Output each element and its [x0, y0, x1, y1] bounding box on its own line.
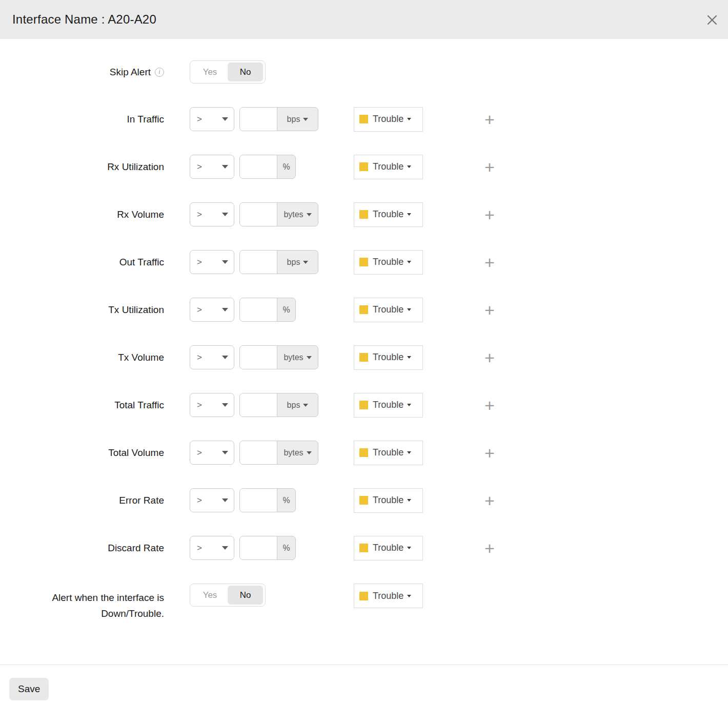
- threshold-value-input[interactable]: [239, 441, 277, 465]
- unit-select[interactable]: %: [277, 155, 296, 179]
- add-condition-icon[interactable]: +: [483, 494, 496, 507]
- metric-controls: > %: [190, 488, 354, 512]
- threshold-value-input[interactable]: [239, 107, 277, 131]
- comparator-value: >: [197, 448, 202, 458]
- comparator-value: >: [197, 400, 202, 410]
- chevron-down-icon: [222, 356, 228, 359]
- comparator-select[interactable]: >: [190, 345, 234, 369]
- severity-color-swatch: [359, 305, 368, 314]
- unit-select[interactable]: %: [277, 536, 296, 560]
- severity-select[interactable]: Trouble: [354, 345, 423, 370]
- add-condition-icon[interactable]: +: [483, 113, 496, 126]
- severity-color-swatch: [359, 210, 368, 219]
- add-condition-icon[interactable]: +: [483, 351, 496, 364]
- unit-select[interactable]: bytes: [277, 202, 318, 226]
- info-icon[interactable]: i: [155, 68, 164, 77]
- add-condition-icon[interactable]: +: [483, 446, 496, 460]
- threshold-value-input[interactable]: [239, 393, 277, 417]
- severity-select[interactable]: Trouble: [354, 393, 423, 418]
- add-condition-icon[interactable]: +: [483, 208, 496, 221]
- add-condition-icon[interactable]: +: [483, 160, 496, 174]
- severity-color-swatch: [359, 448, 368, 457]
- skip-alert-option-no[interactable]: No: [228, 63, 263, 81]
- severity-select[interactable]: Trouble: [354, 250, 423, 275]
- metric-controls: > bytes: [190, 441, 354, 465]
- chevron-down-icon: [407, 547, 411, 549]
- severity-select[interactable]: Trouble: [354, 155, 423, 179]
- threshold-value-input[interactable]: [239, 250, 277, 274]
- add-condition-icon[interactable]: +: [483, 256, 496, 269]
- severity-label: Trouble: [373, 495, 403, 506]
- severity-label: Trouble: [373, 209, 403, 220]
- severity-select[interactable]: Trouble: [354, 107, 423, 132]
- chevron-down-icon: [222, 213, 228, 216]
- down-alert-option-no[interactable]: No: [228, 586, 263, 605]
- comparator-value: >: [197, 210, 202, 220]
- comparator-select[interactable]: >: [190, 393, 234, 417]
- add-condition-icon[interactable]: +: [483, 399, 496, 412]
- severity-select[interactable]: Trouble: [354, 536, 423, 560]
- metric-label-cell: Total Volume: [0, 447, 164, 459]
- unit-select[interactable]: bytes: [277, 345, 318, 369]
- unit-select[interactable]: bytes: [277, 441, 318, 465]
- add-condition-icon[interactable]: +: [483, 542, 496, 555]
- severity-color-swatch: [359, 592, 368, 600]
- unit-select[interactable]: bps: [277, 393, 318, 417]
- threshold-input-group: bytes: [239, 345, 318, 369]
- save-button[interactable]: Save: [9, 678, 49, 700]
- metric-label: Out Traffic: [119, 257, 164, 268]
- metric-label: Error Rate: [119, 495, 164, 506]
- down-alert-option-yes[interactable]: Yes: [192, 586, 228, 605]
- threshold-value-input[interactable]: [239, 202, 277, 226]
- comparator-select[interactable]: >: [190, 441, 234, 465]
- threshold-value-input[interactable]: [239, 536, 277, 560]
- metric-label: Discard Rate: [108, 543, 164, 554]
- metric-label-cell: Error Rate: [0, 495, 164, 506]
- skip-alert-toggle[interactable]: Yes No: [190, 60, 266, 84]
- chevron-down-icon: [303, 118, 308, 121]
- threshold-value-input[interactable]: [239, 488, 277, 512]
- comparator-select[interactable]: >: [190, 250, 234, 274]
- comparator-select[interactable]: >: [190, 107, 234, 131]
- close-icon[interactable]: [705, 13, 719, 27]
- metric-label: Rx Utilization: [107, 161, 164, 173]
- comparator-value: >: [197, 305, 202, 315]
- chevron-down-icon: [407, 595, 411, 597]
- down-alert-toggle[interactable]: Yes No: [190, 584, 266, 607]
- metric-controls: > bps: [190, 107, 354, 131]
- comparator-select[interactable]: >: [190, 488, 234, 512]
- comparator-value: >: [197, 162, 202, 172]
- add-condition-icon[interactable]: +: [483, 303, 496, 317]
- unit-select[interactable]: %: [277, 298, 296, 322]
- unit-label: bytes: [284, 448, 303, 458]
- threshold-value-input[interactable]: [239, 345, 277, 369]
- threshold-value-input[interactable]: [239, 298, 277, 322]
- severity-label: Trouble: [373, 591, 403, 601]
- metric-label: Total Volume: [108, 447, 164, 459]
- dialog-title: Interface Name : A20-A20: [12, 12, 156, 27]
- metric-label: Tx Volume: [118, 352, 164, 363]
- severity-select[interactable]: Trouble: [354, 584, 423, 608]
- severity-select[interactable]: Trouble: [354, 488, 423, 513]
- down-alert-label-cell: Alert when the interface is Down/Trouble…: [0, 584, 164, 621]
- comparator-select[interactable]: >: [190, 202, 234, 226]
- comparator-select[interactable]: >: [190, 298, 234, 322]
- unit-select[interactable]: bps: [277, 250, 318, 274]
- comparator-select[interactable]: >: [190, 536, 234, 560]
- metric-label: Total Traffic: [114, 400, 164, 411]
- chevron-down-icon: [222, 117, 228, 121]
- threshold-input-group: bps: [239, 107, 318, 131]
- comparator-value: >: [197, 543, 202, 553]
- severity-select[interactable]: Trouble: [354, 298, 423, 322]
- unit-select[interactable]: bps: [277, 107, 318, 131]
- comparator-select[interactable]: >: [190, 155, 234, 179]
- severity-label: Trouble: [373, 447, 403, 458]
- severity-label: Trouble: [373, 543, 403, 553]
- metric-label-cell: Tx Volume: [0, 352, 164, 363]
- threshold-value-input[interactable]: [239, 155, 277, 179]
- threshold-input-group: bps: [239, 250, 318, 274]
- unit-select[interactable]: %: [277, 488, 296, 512]
- severity-select[interactable]: Trouble: [354, 202, 423, 227]
- skip-alert-option-yes[interactable]: Yes: [192, 63, 228, 81]
- severity-select[interactable]: Trouble: [354, 441, 423, 465]
